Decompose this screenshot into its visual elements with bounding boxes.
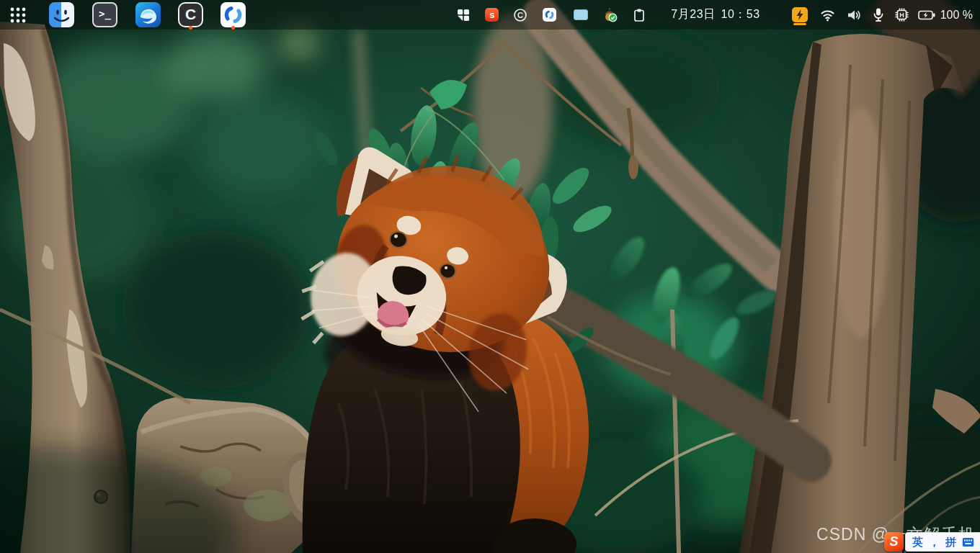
microphone-icon[interactable] — [873, 7, 884, 22]
ime-status-bar: S 英 ， 拼 — [884, 532, 980, 552]
sogou-input-tray-icon[interactable]: s — [485, 8, 499, 22]
running-indicator-sync-app — [231, 26, 235, 30]
system-tray: s C — [456, 0, 980, 30]
sogou-glyph: s — [485, 8, 499, 22]
browser-icon[interactable] — [135, 2, 161, 27]
wallpaper-red-panda — [0, 0, 980, 553]
copyright-glyph: C — [517, 11, 523, 19]
ime-toolbar: 英 ， 拼 — [905, 532, 980, 552]
top-panel: >_ C — [0, 0, 980, 30]
launcher-grid-icon[interactable] — [9, 6, 27, 24]
ime-keyboard-icon[interactable] — [962, 537, 974, 547]
window-switcher-icon[interactable] — [456, 8, 471, 22]
battery-charging-icon[interactable] — [918, 10, 935, 20]
nut-sync-tray-icon[interactable] — [602, 7, 618, 22]
ime-lang-button[interactable]: 英 — [912, 533, 923, 551]
c-app-icon[interactable]: C — [178, 2, 203, 27]
battery-percent: 100 % — [940, 9, 973, 22]
ime-pinyin-button[interactable]: 拼 — [945, 533, 956, 551]
copyright-app-tray-icon[interactable]: C — [513, 8, 527, 22]
clock-time[interactable]: 10：53 — [721, 7, 760, 22]
screen-clip-tray-icon[interactable] — [574, 9, 588, 20]
circle-sync-tray-icon[interactable] — [543, 8, 556, 22]
sogou-logo[interactable]: S — [884, 532, 904, 552]
sogou-logo-glyph: S — [889, 534, 898, 549]
wifi-icon[interactable] — [820, 8, 835, 22]
volume-icon[interactable] — [846, 8, 862, 22]
file-manager-icon[interactable] — [49, 2, 74, 27]
performance-boost-icon[interactable] — [792, 7, 808, 22]
c-app-glyph: C — [185, 6, 196, 22]
clock-date[interactable]: 7月23日 — [671, 7, 715, 22]
cpu-glyph: H — [899, 12, 904, 19]
circle-sync-app-icon[interactable] — [220, 2, 246, 27]
terminal-glyph: >_ — [99, 8, 111, 19]
clipboard-tray-icon[interactable] — [632, 8, 646, 22]
running-indicator-c-app — [189, 26, 192, 30]
cpu-monitor-icon[interactable]: H — [894, 7, 909, 22]
desktop: >_ C — [0, 0, 980, 553]
ime-punct-button[interactable]: ， — [929, 533, 940, 551]
terminal-icon[interactable]: >_ — [92, 2, 117, 27]
